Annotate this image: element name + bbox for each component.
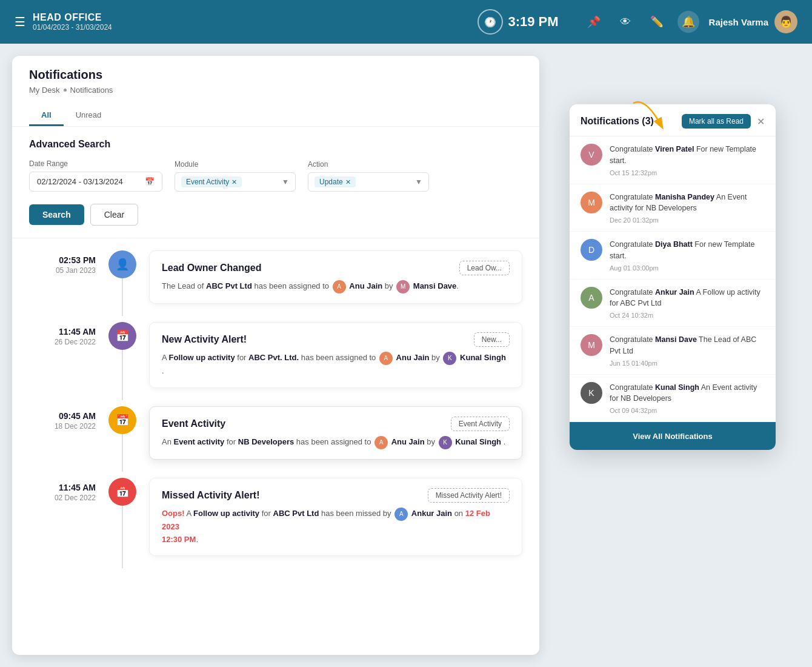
search-filters: Date Range 02/12/2024 - 03/13/2024 📅 Mod…	[29, 159, 522, 226]
card-4: Missed Activity Alert! Missed Activity A…	[149, 478, 522, 557]
date-range-label: Date Range	[29, 159, 162, 168]
pin-icon[interactable]: 📌	[583, 11, 605, 33]
notif-item-4[interactable]: A Congratulate Ankur Jain A Follow up ac…	[570, 280, 776, 327]
notif-content-5: Congratulate Mansi Dave The Lead of ABC …	[610, 334, 765, 367]
advanced-search-title: Advanced Search	[29, 139, 522, 150]
view-all-notifications-button[interactable]: View All Notifications	[570, 422, 776, 450]
view-all-text: View All Notifications	[633, 432, 712, 441]
module-arrow: ▼	[282, 178, 289, 186]
tab-unread[interactable]: Unread	[64, 106, 114, 126]
main-area: Notifications My Desk Notifications All …	[0, 44, 812, 667]
edit-icon[interactable]: ✏️	[646, 11, 668, 33]
time-col-3: 09:45 AM 18 Dec 2022	[29, 400, 96, 472]
timeline-item-1: 02:53 PM 05 Jan 2023 👤 Lead Owner Change…	[29, 244, 522, 316]
dot-1: 👤	[108, 250, 136, 278]
eye-icon[interactable]: 👁	[614, 11, 636, 33]
notif-item-6[interactable]: K Congratulate Kunal Singh An Event acti…	[570, 375, 776, 423]
breadcrumb-notifications: Notifications	[70, 85, 113, 95]
connector-2	[122, 350, 123, 400]
notif-content-4: Congratulate Ankur Jain A Follow up acti…	[610, 287, 765, 320]
notif-time-3: Aug 01 03:00pm	[610, 264, 765, 272]
module-tag-close[interactable]: ✕	[231, 178, 237, 186]
notifications-page: Notifications My Desk Notifications All …	[12, 56, 539, 655]
notif-item-1[interactable]: V Congratulate Viren Patel For new Templ…	[570, 136, 776, 184]
module-label: Module	[175, 160, 296, 169]
date-3: 18 Dec 2022	[29, 422, 96, 431]
date-range-value: 02/12/2024 - 03/13/2024	[37, 177, 123, 186]
action-arrow: ▼	[415, 178, 422, 186]
card-2-badge: New...	[474, 332, 510, 347]
card-1-header: Lead Owner Changed Lead Ow...	[162, 261, 510, 275]
module-select[interactable]: Event Activity ✕ ▼	[175, 172, 296, 192]
notif-item-5[interactable]: M Congratulate Mansi Dave The Lead of AB…	[570, 327, 776, 375]
header-brand: HEAD OFFICE 01/04/2023 - 31/03/2024	[33, 12, 112, 32]
panel-header: Notifications My Desk Notifications All …	[12, 56, 539, 127]
dot-3: 📅	[108, 406, 136, 434]
calendar-icon: 📅	[145, 177, 155, 186]
notif-avatar-5: M	[581, 334, 602, 356]
time-col-4: 11:45 AM 02 Dec 2022	[29, 472, 96, 569]
card-3-header: Event Activity Event Activity	[162, 417, 510, 431]
bell-icon[interactable]: 🔔	[677, 11, 699, 33]
card-3-badge: Event Activity	[451, 417, 510, 431]
card-1-title: Lead Owner Changed	[162, 263, 261, 273]
notif-item-2[interactable]: M Congratulate Manisha Pandey An Event a…	[570, 184, 776, 232]
notif-header-right: Mark all as Read ✕	[682, 114, 765, 129]
card-2: New Activity Alert! New... A Follow up a…	[149, 322, 522, 388]
notif-item-3[interactable]: D Congratulate Diya Bhatt For new Templa…	[570, 232, 776, 280]
notification-arrow	[627, 97, 676, 133]
line-col-4: 📅	[108, 472, 137, 569]
notif-text-2: Congratulate Manisha Pandey An Event act…	[610, 192, 765, 215]
username: Rajesh Varma	[709, 17, 768, 27]
connector-1	[122, 278, 123, 316]
panel-tabs: All Unread	[29, 106, 522, 126]
search-button[interactable]: Search	[29, 204, 84, 225]
notif-time-5: Jun 15 01:40pm	[610, 360, 765, 367]
notif-content-3: Congratulate Diya Bhatt For new Template…	[610, 239, 765, 272]
time-2: 11:45 AM	[29, 327, 96, 337]
notif-avatar-4: A	[581, 287, 602, 309]
timeline-container: 02:53 PM 05 Jan 2023 👤 Lead Owner Change…	[12, 238, 539, 655]
notif-content-1: Congratulate Viren Patel For new Templat…	[610, 144, 765, 176]
current-time: 3:19 PM	[508, 14, 558, 30]
date-range-input[interactable]: 02/12/2024 - 03/13/2024 📅	[29, 172, 162, 192]
advanced-search-section: Advanced Search Date Range 02/12/2024 - …	[12, 127, 539, 238]
page-title: Notifications	[29, 68, 522, 82]
notif-text-5: Congratulate Mansi Dave The Lead of ABC …	[610, 334, 765, 357]
user-section: Rajesh Varma 👨	[709, 10, 797, 33]
notification-panel: Notifications (3) Mark all as Read ✕ V C…	[570, 104, 776, 450]
card-3-body: An Event activity for NB Developers has …	[162, 436, 510, 449]
hamburger-icon[interactable]: ☰	[15, 15, 25, 29]
card-2-body: A Follow up activity for ABC Pvt. Ltd. h…	[162, 352, 510, 378]
card-3-title: Event Activity	[162, 418, 225, 429]
notif-time-1: Oct 15 12:32pm	[610, 169, 765, 176]
mark-all-button[interactable]: Mark all as Read	[682, 114, 751, 129]
notif-content-6: Congratulate Kunal Singh An Event activi…	[610, 382, 765, 415]
close-notification-panel[interactable]: ✕	[757, 116, 765, 127]
clock-icon: 🕐	[478, 9, 503, 35]
module-tag: Event Activity ✕	[181, 176, 242, 187]
card-2-header: New Activity Alert! New...	[162, 332, 510, 347]
notif-time-2: Dec 20 01:32pm	[610, 216, 765, 224]
time-1: 02:53 PM	[29, 255, 96, 265]
header-right: 📌 👁 ✏️ 🔔 Rajesh Varma 👨	[583, 10, 797, 33]
card-3: Event Activity Event Activity An Event a…	[149, 406, 522, 460]
time-3: 09:45 AM	[29, 411, 96, 421]
card-col-2: New Activity Alert! New... A Follow up a…	[149, 316, 522, 400]
time-col-1: 02:53 PM 05 Jan 2023	[29, 244, 96, 316]
brand-subtitle: 01/04/2023 - 31/03/2024	[33, 23, 112, 32]
card-4-badge: Missed Activity Alert!	[428, 488, 510, 503]
action-label: Action	[308, 160, 429, 169]
connector-3	[122, 434, 123, 472]
notif-list: V Congratulate Viren Patel For new Templ…	[570, 136, 776, 422]
notif-time-6: Oct 09 04:32pm	[610, 407, 765, 414]
action-tag-close[interactable]: ✕	[345, 178, 351, 186]
action-group: Action Update ✕ ▼	[308, 160, 429, 192]
notif-avatar-3: D	[581, 239, 602, 261]
breadcrumb: My Desk Notifications	[29, 85, 522, 103]
card-1-badge: Lead Ow...	[459, 261, 510, 275]
clear-button[interactable]: Clear	[90, 204, 138, 226]
avatar: 👨	[774, 10, 797, 33]
action-select[interactable]: Update ✕ ▼	[308, 172, 429, 192]
tab-all[interactable]: All	[29, 106, 64, 126]
